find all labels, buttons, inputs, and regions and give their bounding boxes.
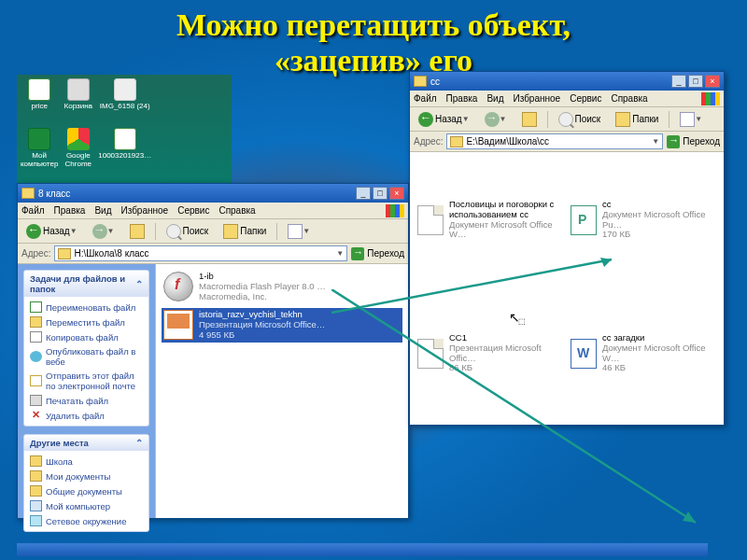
up-button[interactable] <box>125 222 149 241</box>
maximize-button[interactable]: □ <box>688 75 703 88</box>
dropdown-icon[interactable]: ▼ <box>336 249 344 258</box>
task-publish[interactable]: Опубликовать файл в вебе <box>26 344 147 369</box>
forward-button[interactable]: ▼ <box>88 222 120 241</box>
desktop-icon[interactable]: 10003201923… <box>98 128 151 184</box>
menu-help[interactable]: Справка <box>611 93 647 104</box>
place-mycomputer[interactable]: Мой компьютер <box>26 498 147 513</box>
back-button[interactable]: Назад▼ <box>414 110 474 129</box>
close-button[interactable]: × <box>705 75 720 88</box>
search-button[interactable]: Поиск <box>554 110 606 129</box>
desktop-icon[interactable]: price <box>21 78 58 126</box>
file-meta: 86 КБ <box>449 363 563 373</box>
search-icon <box>166 224 181 239</box>
views-icon <box>680 112 695 127</box>
drag-cursor-icon: ↖ <box>509 310 520 325</box>
forward-icon <box>92 224 107 239</box>
folders-icon <box>615 112 630 127</box>
address-input[interactable]: H:\Школа\8 класс ▼ <box>54 245 347 261</box>
close-button[interactable]: × <box>389 187 404 200</box>
dropdown-icon[interactable]: ▼ <box>652 137 659 146</box>
file-item[interactable]: СС1 Презентация Microsoft Offic… 86 КБ <box>416 291 565 415</box>
views-button[interactable]: ▼ <box>675 110 707 129</box>
task-print[interactable]: Печатать файл <box>26 393 147 408</box>
task-rename[interactable]: Переименовать файл <box>26 300 147 315</box>
svg-marker-3 <box>683 511 696 523</box>
minimize-button[interactable]: _ <box>356 187 371 200</box>
file-item[interactable]: сс Документ Microsoft Office Pu… 170 КБ <box>569 158 718 282</box>
titlebar[interactable]: 8 класс _ □ × <box>18 184 408 203</box>
taskpane-group-header[interactable]: Задачи для файлов и папок⌃ <box>24 271 148 297</box>
go-button[interactable]: Переход <box>667 135 720 148</box>
views-button[interactable]: ▼ <box>283 222 315 241</box>
file-meta: Документ Microsoft Office Pu… <box>602 210 716 231</box>
document-icon <box>417 205 444 235</box>
back-icon <box>418 112 433 127</box>
folder-icon <box>21 188 35 199</box>
toolbar: Назад▼ ▼ Поиск Папки ▼ <box>18 219 408 244</box>
back-button[interactable]: Назад▼ <box>21 222 82 241</box>
menu-favorites[interactable]: Избранное <box>120 205 168 216</box>
window-title: 8 класс <box>38 189 356 199</box>
file-item[interactable]: сс загадки Документ Microsoft Office W… … <box>569 291 718 415</box>
word-icon <box>571 339 597 369</box>
maximize-button[interactable]: □ <box>373 187 388 200</box>
place-shareddocs[interactable]: Общие документы <box>26 483 147 498</box>
task-delete[interactable]: ✕Удалить файл <box>26 408 147 423</box>
document-icon <box>417 339 444 369</box>
go-button[interactable]: Переход <box>351 247 404 260</box>
forward-button[interactable]: ▼ <box>480 110 512 129</box>
menu-tools[interactable]: Сервис <box>570 93 601 104</box>
file-item[interactable]: 1-ib Macromedia Flash Player 8.0 … Macro… <box>162 270 402 304</box>
up-button[interactable] <box>517 110 542 129</box>
file-meta: 170 КБ <box>602 230 716 240</box>
file-name: СС1 <box>449 333 563 343</box>
file-pane[interactable]: Пословицы и поговорки с использованием с… <box>410 152 724 425</box>
folder-icon <box>414 76 427 87</box>
titlebar[interactable]: сс _ □ × <box>410 72 724 91</box>
file-item[interactable]: Пословицы и поговорки с использованием с… <box>416 158 565 282</box>
desktop-icon[interactable]: IMG_6158 (24) <box>98 78 151 126</box>
desktop-icon-mycomputer[interactable]: Мой компьютер <box>21 128 58 184</box>
place-mydocs[interactable]: Мои документы <box>26 469 147 483</box>
forward-icon <box>485 112 500 127</box>
menu-file[interactable]: Файл <box>414 93 437 104</box>
menu-edit[interactable]: Правка <box>54 205 86 216</box>
windows-flag-icon <box>701 92 720 105</box>
minimize-button[interactable]: _ <box>671 75 686 88</box>
search-button[interactable]: Поиск <box>162 222 214 241</box>
menu-edit[interactable]: Правка <box>446 93 478 104</box>
place-folder[interactable]: Школа <box>26 454 147 469</box>
addressbar: Адрес: H:\Школа\8 класс ▼ Переход <box>18 244 408 264</box>
publisher-icon <box>571 205 597 235</box>
taskpane-group-header[interactable]: Другие места⌃ <box>24 435 148 451</box>
toolbar: Назад▼ ▼ Поиск Папки ▼ <box>410 107 724 132</box>
folder-icon <box>58 248 71 259</box>
folders-button[interactable]: Папки <box>611 110 663 129</box>
menu-view[interactable]: Вид <box>486 93 503 104</box>
menu-favorites[interactable]: Избранное <box>513 93 560 104</box>
windows-flag-icon <box>386 204 404 217</box>
taskbar[interactable] <box>17 543 708 556</box>
folder-icon <box>450 136 463 147</box>
file-pane[interactable]: 1-ib Macromedia Flash Player 8.0 … Macro… <box>156 264 408 518</box>
address-path: H:\Школа\8 класс <box>74 248 148 259</box>
place-network[interactable]: Сетевое окружение <box>26 513 147 528</box>
task-copy[interactable]: Копировать файл <box>26 329 147 344</box>
address-input[interactable]: E:\Вадим\Школа\сс ▼ <box>446 133 663 149</box>
file-item-selected[interactable]: istoria_razv_vychisl_tekhn Презентация M… <box>162 308 402 343</box>
file-meta: Документ Microsoft Office W… <box>449 220 563 241</box>
desktop-icon-chrome[interactable]: Google Chrome <box>60 128 96 184</box>
task-move[interactable]: Переместить файл <box>26 315 147 329</box>
menu-help[interactable]: Справка <box>218 205 255 216</box>
menu-file[interactable]: Файл <box>21 205 45 216</box>
file-meta: 46 КБ <box>602 363 716 373</box>
menu-view[interactable]: Вид <box>94 205 111 216</box>
file-meta: 4 955 КБ <box>199 330 325 341</box>
views-icon <box>288 224 303 239</box>
menu-tools[interactable]: Сервис <box>177 205 209 216</box>
back-icon <box>26 224 41 239</box>
task-email[interactable]: Отправить этот файл по электронной почте <box>26 369 147 393</box>
desktop-icon-recycle[interactable]: Корзина <box>60 78 96 126</box>
window-title: сс <box>430 77 671 87</box>
folders-button[interactable]: Папки <box>218 222 271 241</box>
